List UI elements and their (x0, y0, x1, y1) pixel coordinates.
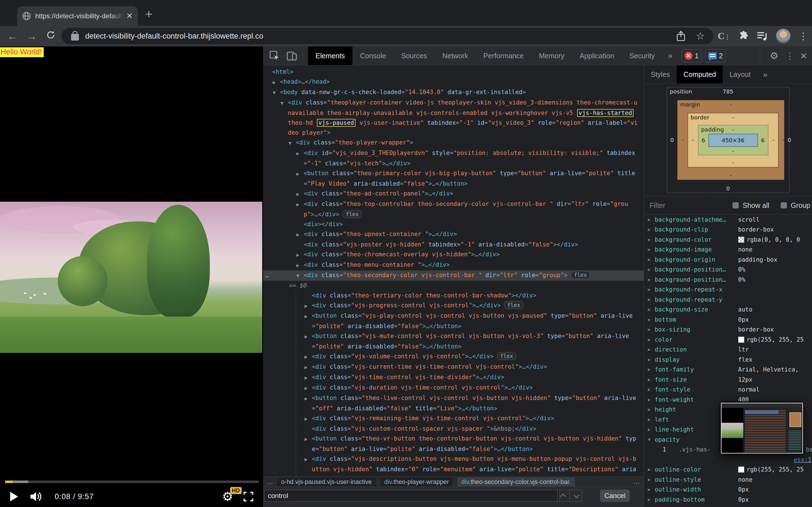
cancel-button[interactable]: Cancel (600, 490, 630, 502)
breadcrumb-overflow-left[interactable]: … (267, 478, 273, 486)
dom-tree-line[interactable]: ▶<div class="theo-top-controlbar theo-se… (263, 199, 644, 219)
sidebar-tab-styles[interactable]: Styles (644, 65, 677, 83)
breadcrumb-item[interactable]: o-hd.vjs-paused.vjs-user-inactive (277, 477, 376, 487)
more-tabs-icon[interactable]: » (668, 51, 672, 60)
property-expand-arrow-icon[interactable]: ▶ (648, 247, 655, 251)
filter-input[interactable]: Filter (650, 202, 665, 210)
property-expand-arrow-icon[interactable]: ▶ (648, 288, 655, 291)
extensions-puzzle-icon[interactable] (738, 31, 749, 41)
property-expand-arrow-icon[interactable]: ▶ (648, 228, 655, 231)
property-expand-arrow-icon[interactable]: ▶ (648, 407, 655, 411)
dom-tree-line[interactable]: ▶<div class="theo-upnext-container ">…</… (263, 229, 644, 240)
url-bar[interactable]: detect-visibility-default-control-bar.th… (61, 28, 713, 44)
sidebar-tab-computed[interactable]: Computed (677, 65, 723, 83)
profile-avatar[interactable] (776, 29, 791, 43)
computed-property-row[interactable]: ▶padding-bottom0px (644, 495, 812, 505)
fullscreen-icon[interactable] (243, 492, 253, 502)
margin-bottom-value[interactable]: - (730, 172, 732, 179)
dom-tree-line[interactable]: …▼<div class="theo-secondary-color vjs-c… (263, 270, 644, 281)
breadcrumb-overflow-right[interactable]: … (633, 478, 640, 486)
devtools-tab-performance[interactable]: Performance (476, 47, 531, 65)
padding-left-value[interactable]: 6 (698, 137, 709, 144)
devtools-tab-sources[interactable]: Sources (394, 47, 435, 65)
tree-expand-arrow-icon[interactable]: ▶ (305, 394, 312, 404)
box-model-content-size[interactable]: 450×36 (709, 134, 758, 147)
property-expand-arrow-icon[interactable]: ▶ (648, 338, 655, 342)
tree-expand-arrow-icon[interactable]: ▶ (296, 189, 304, 199)
back-button[interactable]: ← (5, 29, 20, 43)
computed-property-row[interactable]: ▶background-sizeauto (644, 305, 812, 315)
tree-expand-arrow-icon[interactable]: ▶ (305, 332, 312, 342)
sidebar-tab-layout[interactable]: Layout (723, 65, 757, 83)
devtools-settings-icon[interactable]: ⚙ (770, 50, 778, 61)
computed-property-row[interactable]: ▶outline-colorrgb(255, 255, 25 (644, 465, 812, 475)
property-expand-arrow-icon[interactable]: ▶ (648, 428, 655, 432)
sidebar-more-tabs-icon[interactable]: » (763, 70, 768, 79)
dom-tree-line[interactable]: ▼<div class="theoplayer-container video-… (263, 98, 644, 138)
issues-badge[interactable]: 2 (705, 49, 726, 62)
color-swatch[interactable] (738, 337, 744, 343)
dom-tree-line[interactable]: ▶<div class="vjs-current-time vjs-time-c… (296, 362, 644, 372)
margin-top-value[interactable]: - (730, 101, 732, 108)
dom-tree-line[interactable]: ▼<div class="theo-player-wrapper"> (263, 138, 644, 148)
tree-expand-arrow-icon[interactable]: ▶ (305, 352, 312, 362)
border-bottom-value[interactable]: - (732, 159, 734, 166)
property-expand-arrow-icon[interactable]: ▶ (648, 238, 655, 242)
tree-expand-arrow-icon[interactable]: ▶ (296, 250, 304, 260)
dom-tree-line[interactable]: ▶<div class="vjs-descriptions-button vjs… (296, 454, 644, 476)
padding-top-value[interactable]: - (732, 126, 734, 133)
property-expand-arrow-icon[interactable]: ▶ (648, 478, 655, 482)
computed-property-row[interactable]: ▶background-attachme…scroll (644, 215, 812, 225)
computed-property-row[interactable]: ▶background-colorrgba(0, 0, 0, 0 (644, 235, 812, 245)
flex-badge[interactable]: flex (504, 301, 523, 309)
video-frame[interactable] (0, 202, 262, 353)
tree-expand-arrow-icon[interactable]: ▶ (305, 362, 312, 372)
computed-property-row[interactable]: ▶background-originpadding-box (644, 255, 812, 265)
tree-expand-arrow-icon[interactable]: ▼ (296, 271, 304, 281)
settings-button[interactable]: ⚙ HD (222, 490, 233, 503)
find-input[interactable] (264, 490, 560, 502)
dom-tree-line[interactable]: ▶<div class="vjs-duration vjs-time-contr… (296, 383, 644, 393)
dom-tree-line[interactable]: ▶<button class="theo-live-control vjs-co… (296, 393, 644, 413)
dom-tree-line[interactable]: ▼<body data-new-gr-c-s-check-loaded="14.… (263, 87, 644, 98)
dom-tree-line[interactable]: <div></div> (263, 219, 644, 229)
dom-tree-line[interactable]: ▶<div class="theo-chromecast-overlay vjs… (263, 249, 644, 260)
property-expand-arrow-icon[interactable]: ▶ (648, 378, 655, 382)
device-toolbar-icon[interactable] (286, 50, 297, 61)
dom-tree-line[interactable]: ▶<button class="theo-primary-color vjs-b… (263, 168, 644, 189)
computed-property-row[interactable]: ▶font-size12px (644, 375, 812, 385)
breadcrumb-item[interactable]: div.theo-secondary-color.vjs-control-bar… (457, 477, 574, 487)
property-expand-arrow-icon[interactable]: ▶ (648, 218, 655, 222)
tree-expand-arrow-icon[interactable]: ▶ (305, 414, 312, 424)
dom-tree-line[interactable]: ▶<div class="vjs-remaining-time vjs-time… (296, 413, 644, 424)
padding-right-value[interactable]: 6 (758, 137, 768, 144)
property-expand-arrow-icon[interactable]: ▶ (648, 467, 655, 471)
computed-property-row[interactable]: ▶padding-left6px (644, 505, 812, 507)
property-expand-arrow-icon[interactable]: ▶ (648, 388, 655, 392)
computed-property-row[interactable]: ▶background-position…0% (644, 265, 812, 275)
property-expand-arrow-icon[interactable]: ▶ (648, 488, 655, 492)
tree-expand-arrow-icon[interactable]: ▶ (305, 434, 312, 444)
dom-tree-line[interactable]: <div class="vjs-custom-control-spacer vj… (296, 424, 644, 434)
group-checkbox[interactable] (781, 202, 787, 209)
computed-property-row[interactable]: ▶background-repeat-x (644, 285, 812, 295)
dom-tree-line[interactable]: ▶<button class="vjs-play-control vjs-con… (296, 311, 644, 331)
tab-close-icon[interactable]: ✕ (126, 12, 133, 20)
tree-expand-arrow-icon[interactable]: ▶ (296, 200, 304, 210)
screenshot-preview-thumbnail[interactable] (719, 401, 804, 455)
computed-property-row[interactable]: ▶background-imagenone (644, 245, 812, 255)
dom-tree-line[interactable]: ▶<button class="vjs-mute-control vjs-con… (296, 331, 644, 351)
property-expand-arrow-icon[interactable]: ▶ (648, 328, 655, 332)
computed-property-row[interactable]: ▶displayflex (644, 355, 812, 365)
computed-property-row[interactable]: ▶box-sizingborder-box (644, 325, 812, 335)
tree-expand-arrow-icon[interactable]: ▶ (305, 455, 312, 464)
border-left-value[interactable]: - (688, 136, 698, 144)
dom-tree-line[interactable]: ▶<div class="theo-ad-control-panel">…</d… (263, 189, 644, 199)
play-button[interactable] (10, 492, 18, 501)
new-tab-button[interactable]: + (145, 8, 153, 20)
browser-tab[interactable]: https://detect-visibility-default ✕ (17, 6, 138, 26)
tree-expand-arrow-icon[interactable]: ▶ (296, 230, 304, 240)
devtools-menu-icon[interactable]: ⋮ (786, 51, 794, 61)
inspect-icon[interactable] (269, 50, 280, 61)
position-right-value[interactable]: 0 (784, 136, 795, 144)
